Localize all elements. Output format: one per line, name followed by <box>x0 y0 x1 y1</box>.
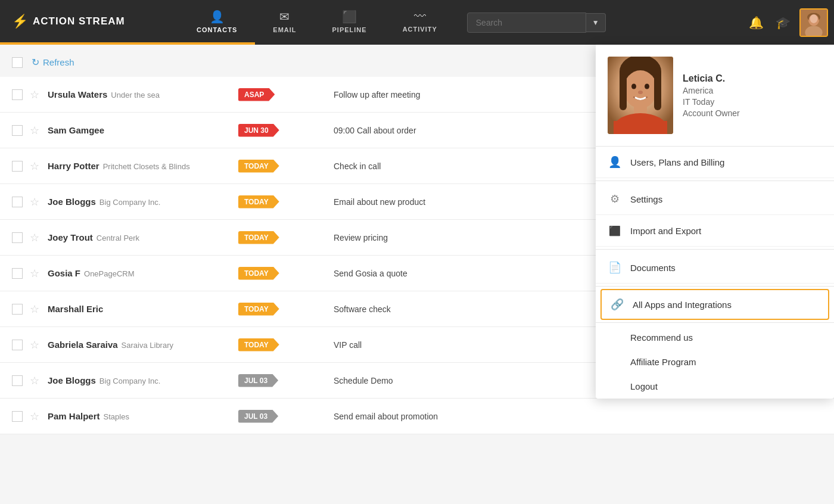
logout-label: Logout <box>630 381 658 391</box>
badge-area-9: JUL 03 <box>238 410 334 423</box>
app-name: ACTION STREAM <box>33 15 125 27</box>
search-dropdown-button[interactable]: ▼ <box>586 13 606 32</box>
nav-contacts-label: CONTACTS <box>197 26 237 33</box>
nav-contacts[interactable]: 👤 CONTACTS <box>179 0 255 45</box>
profile-section: Leticia C. America IT Today Account Owne… <box>596 45 834 147</box>
date-badge-6: TODAY <box>238 303 279 316</box>
contact-name-area-3: Joe Bloggs Big Company Inc. <box>48 197 238 207</box>
contact-name-5[interactable]: Gosia F <box>48 268 80 278</box>
pipeline-icon: ⬛ <box>342 10 357 24</box>
menu-item-settings[interactable]: ⚙ Settings <box>596 183 834 215</box>
menu-item-affiliate[interactable]: Affiliate Program <box>596 350 834 374</box>
badge-area-5: TODAY <box>238 267 334 280</box>
nav-pipeline[interactable]: ⬛ PIPELINE <box>315 0 385 45</box>
svg-point-10 <box>624 70 657 108</box>
date-badge-8: JUL 03 <box>238 374 278 387</box>
contact-company-9: Staples <box>104 412 129 421</box>
badge-area-3: TODAY <box>238 195 334 209</box>
svg-point-12 <box>645 84 649 89</box>
star-icon-7[interactable]: ☆ <box>30 338 39 351</box>
row-checkbox-3[interactable] <box>12 197 23 207</box>
integrations-icon: 🔗 <box>610 297 624 312</box>
avatar-image <box>801 10 827 36</box>
row-checkbox-6[interactable] <box>12 304 23 315</box>
profile-info: Leticia C. America IT Today Account Owne… <box>683 73 740 118</box>
search-input[interactable] <box>467 13 586 33</box>
nav-pipeline-label: PIPELINE <box>332 26 367 33</box>
star-icon-6[interactable]: ☆ <box>30 303 39 316</box>
action-text-9: Send email about promotion <box>334 412 822 421</box>
menu-item-integrations[interactable]: 🔗 All Apps and Integrations <box>600 289 829 320</box>
row-checkbox-2[interactable] <box>12 161 23 172</box>
divider-3 <box>596 286 834 287</box>
notification-icon[interactable]: 🔔 <box>746 13 767 33</box>
contact-name-area-5: Gosia F OnePageCRM <box>48 268 238 278</box>
star-icon-9[interactable]: ☆ <box>30 410 39 423</box>
row-checkbox-7[interactable] <box>12 340 23 350</box>
contact-company-3: Big Company Inc. <box>99 198 161 207</box>
contact-name-3[interactable]: Joe Bloggs <box>48 197 96 207</box>
row-checkbox-0[interactable] <box>12 89 23 100</box>
activity-icon: 〰 <box>414 10 426 23</box>
nav-activity[interactable]: 〰 ACTIVITY <box>385 0 455 45</box>
contact-name-2[interactable]: Harry Potter <box>48 161 99 171</box>
menu-item-users-plans[interactable]: 👤 Users, Plans and Billing <box>596 147 834 178</box>
nav-bar: 👤 CONTACTS ✉ EMAIL ⬛ PIPELINE 〰 ACTIVITY <box>179 0 455 45</box>
menu-item-import-export[interactable]: ⬛ Import and Export <box>596 215 834 247</box>
profile-fullname: Leticia C. <box>683 73 740 84</box>
badge-area-2: TODAY <box>238 160 334 173</box>
star-icon-4[interactable]: ☆ <box>30 231 39 244</box>
documents-icon: 📄 <box>608 260 622 275</box>
row-checkbox-8[interactable] <box>12 375 23 386</box>
contact-name-0[interactable]: Ursula Waters <box>48 89 107 99</box>
star-icon-8[interactable]: ☆ <box>30 374 39 387</box>
menu-item-recommend[interactable]: Recommend us <box>596 325 834 350</box>
badge-area-1: JUN 30 <box>238 124 334 137</box>
star-icon-3[interactable]: ☆ <box>30 195 39 209</box>
import-export-label: Import and Export <box>630 226 701 236</box>
users-icon: 👤 <box>608 155 622 169</box>
date-badge-3: TODAY <box>238 195 279 209</box>
contact-name-4[interactable]: Joey Trout <box>48 232 93 242</box>
contact-name-6[interactable]: Marshall Eric <box>48 304 103 314</box>
star-icon-5[interactable]: ☆ <box>30 267 39 280</box>
menu-item-documents[interactable]: 📄 Documents <box>596 252 834 284</box>
contact-name-area-6: Marshall Eric <box>48 304 238 314</box>
refresh-label: Refresh <box>43 57 74 67</box>
contact-name-area-1: Sam Gamgee <box>48 125 238 135</box>
contact-name-area-4: Joey Trout Central Perk <box>48 232 238 242</box>
menu-item-logout[interactable]: Logout <box>596 374 834 399</box>
badge-area-8: JUL 03 <box>238 374 334 387</box>
nav-activity-label: ACTIVITY <box>403 26 437 33</box>
profile-avatar <box>608 57 673 134</box>
svg-point-11 <box>631 84 636 89</box>
contact-name-9[interactable]: Pam Halpert <box>48 411 100 421</box>
contacts-icon: 👤 <box>210 10 225 24</box>
select-all-checkbox[interactable] <box>12 57 23 68</box>
contact-name-7[interactable]: Gabriela Saraiva <box>48 340 118 350</box>
divider <box>596 181 834 181</box>
contact-name-1[interactable]: Sam Gamgee <box>48 125 104 135</box>
row-checkbox-9[interactable] <box>12 411 23 422</box>
svg-rect-17 <box>620 74 627 110</box>
recommend-label: Recommend us <box>630 332 693 343</box>
date-badge-7: TODAY <box>238 338 279 351</box>
badge-area-7: TODAY <box>238 338 334 351</box>
email-icon: ✉ <box>279 10 290 24</box>
contact-name-8[interactable]: Joe Bloggs <box>48 375 96 385</box>
logo-area: ⚡ ACTION STREAM <box>0 0 179 45</box>
row-checkbox-5[interactable] <box>12 268 23 279</box>
documents-label: Documents <box>630 263 676 273</box>
row-checkbox-4[interactable] <box>12 232 23 243</box>
star-icon-0[interactable]: ☆ <box>30 88 39 101</box>
user-avatar-button[interactable] <box>799 8 828 37</box>
star-icon-1[interactable]: ☆ <box>30 124 39 137</box>
badge-area-6: TODAY <box>238 303 334 316</box>
contact-name-area-2: Harry Potter Pritchett Closets & Blinds <box>48 161 238 171</box>
refresh-button[interactable]: ↻ Refresh <box>32 57 74 68</box>
star-icon-2[interactable]: ☆ <box>30 160 39 173</box>
badge-area-0: ASAP <box>238 88 334 101</box>
nav-email[interactable]: ✉ EMAIL <box>255 0 314 45</box>
graduation-icon[interactable]: 🎓 <box>773 13 793 33</box>
row-checkbox-1[interactable] <box>12 125 23 136</box>
